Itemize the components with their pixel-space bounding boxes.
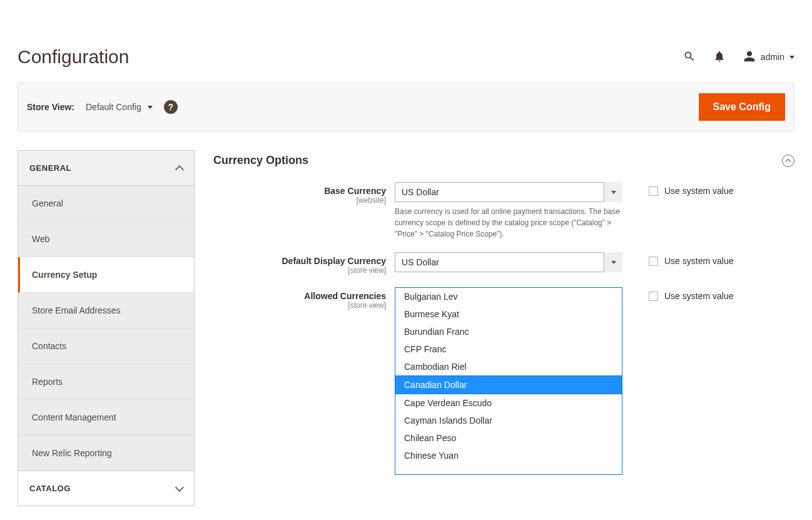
sidebar-item-contacts[interactable]: Contacts — [18, 329, 194, 364]
use-system-value-checkbox[interactable] — [649, 292, 658, 301]
currency-option[interactable]: Burmese Kyat — [395, 305, 622, 323]
field-note: Base currency is used for all online pay… — [395, 206, 622, 240]
allowed-currencies-multiselect[interactable]: Bulgarian LevBurmese KyatBurundian Franc… — [395, 287, 622, 475]
use-system-value-checkbox[interactable] — [649, 186, 658, 196]
store-view-value: Default Config — [86, 102, 141, 112]
sidebar-item-new-relic-reporting[interactable]: New Relic Reporting — [18, 436, 194, 471]
currency-option[interactable]: Chilean Peso — [395, 429, 622, 447]
chevron-up-icon — [175, 165, 184, 173]
store-view-label: Store View: — [27, 102, 74, 112]
save-config-button[interactable]: Save Config — [699, 93, 785, 121]
use-system-value-label: Use system value — [664, 256, 733, 266]
sidebar-section-catalog[interactable]: CATALOG — [18, 471, 195, 506]
use-system-value-label: Use system value — [664, 291, 733, 301]
sidebar-item-web[interactable]: Web — [18, 222, 194, 257]
currency-option[interactable]: CFP Franc — [395, 340, 622, 358]
use-system-value-label: Use system value — [664, 186, 733, 196]
sidebar-item-general[interactable]: General — [18, 186, 194, 222]
sidebar-section-title: CATALOG — [29, 484, 71, 493]
caret-down-icon — [789, 56, 794, 59]
currency-option[interactable]: Bulgarian Lev — [395, 288, 622, 305]
user-label: admin — [761, 52, 784, 62]
user-icon — [743, 50, 756, 64]
chevron-up-icon — [786, 159, 791, 164]
field-scope: [website] — [213, 196, 386, 205]
field-label-default-display-currency: Default Display Currency — [213, 256, 386, 266]
collapse-section-button[interactable] — [782, 155, 794, 167]
sidebar-item-currency-setup[interactable]: Currency Setup — [18, 257, 194, 293]
page-title: Configuration — [18, 46, 129, 68]
field-scope: [store view] — [213, 301, 386, 310]
search-icon[interactable] — [683, 50, 696, 64]
currency-option[interactable]: Burundian Franc — [395, 323, 622, 340]
section-title: Currency Options — [213, 154, 308, 167]
sidebar-item-store-email-addresses[interactable]: Store Email Addresses — [18, 293, 194, 329]
sidebar-item-reports[interactable]: Reports — [18, 364, 194, 400]
currency-option[interactable]: Cape Verdean Escudo — [395, 394, 622, 412]
notifications-icon[interactable] — [713, 50, 726, 64]
sidebar-section-general[interactable]: GENERAL — [18, 150, 195, 186]
base-currency-select[interactable] — [395, 182, 622, 202]
caret-down-icon — [148, 106, 153, 109]
chevron-down-icon — [175, 482, 184, 491]
store-view-switcher[interactable]: Default Config — [86, 102, 153, 112]
field-scope: [store view] — [213, 266, 386, 275]
user-menu[interactable]: admin — [743, 50, 794, 64]
use-system-value-checkbox[interactable] — [649, 257, 658, 266]
currency-option[interactable]: Chinese Yuan — [395, 447, 622, 464]
default-display-currency-select[interactable] — [395, 252, 622, 272]
sidebar-item-content-management[interactable]: Content Management — [18, 400, 194, 436]
currency-option[interactable]: Canadian Dollar — [395, 375, 622, 394]
field-label-base-currency: Base Currency — [213, 186, 386, 196]
currency-option[interactable]: Cambodian Riel — [395, 358, 622, 375]
currency-option[interactable]: Cayman Islands Dollar — [395, 412, 622, 429]
field-label-allowed-currencies: Allowed Currencies — [213, 291, 386, 301]
help-icon[interactable]: ? — [164, 100, 178, 114]
sidebar-section-title: GENERAL — [29, 163, 71, 173]
